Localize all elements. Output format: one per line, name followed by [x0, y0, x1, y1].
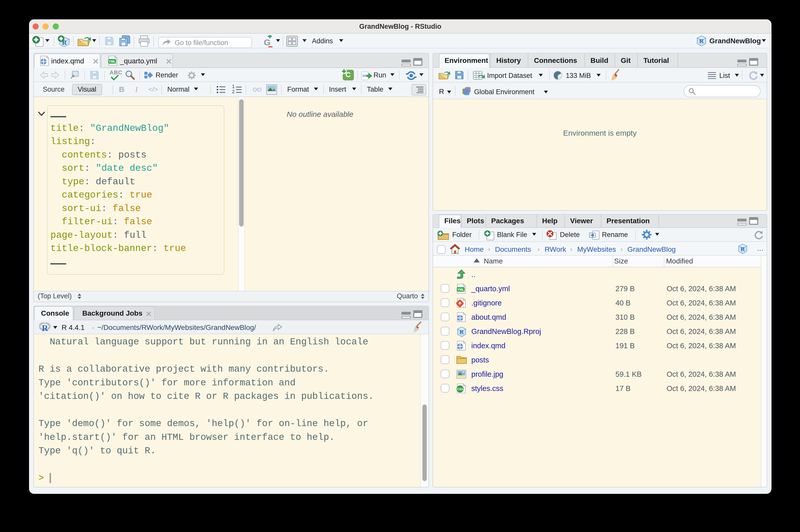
- svg-text:YML: YML: [109, 60, 116, 63]
- svg-text:CSS: CSS: [457, 387, 463, 391]
- svg-text:R: R: [699, 38, 704, 44]
- svg-text:R: R: [741, 246, 745, 252]
- svg-text:YML: YML: [457, 288, 464, 291]
- svg-text:R: R: [460, 329, 464, 335]
- svg-text:R: R: [42, 323, 48, 332]
- svg-text:G: G: [264, 37, 270, 47]
